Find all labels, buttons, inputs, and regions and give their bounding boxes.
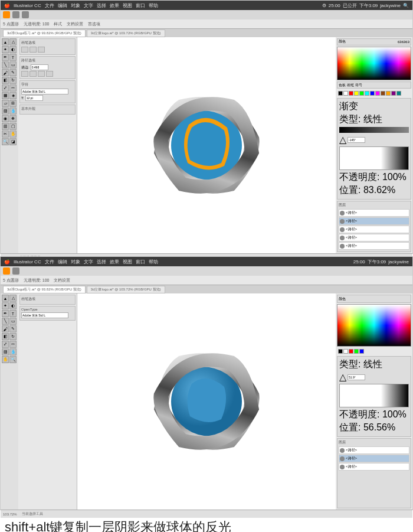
pen-tool[interactable]: ✒ bbox=[2, 54, 9, 61]
selection-tool[interactable]: ▲ bbox=[2, 295, 9, 302]
menu-effect[interactable]: 效果 bbox=[110, 259, 119, 265]
lasso-tool[interactable]: ◐ bbox=[9, 46, 17, 53]
rotate-tool[interactable]: ↻ bbox=[9, 77, 17, 84]
rectangle-tool[interactable]: ▭ bbox=[9, 318, 17, 325]
swatch-tab[interactable]: 色板 bbox=[339, 83, 346, 88]
artboard-tool[interactable]: ▢ bbox=[9, 123, 17, 130]
fontsize-input[interactable] bbox=[25, 95, 43, 101]
gradient-preview-small[interactable] bbox=[339, 127, 409, 133]
tab-doc2[interactable]: 3d立体logo.ai* @ 103.72% (RGB/GPU 预览) bbox=[87, 286, 165, 293]
menu-object[interactable]: 对象 bbox=[71, 259, 80, 265]
swatch-item[interactable] bbox=[343, 91, 348, 96]
color-picker[interactable] bbox=[337, 304, 411, 347]
layer-item[interactable]: <路径> bbox=[339, 209, 409, 217]
pen-tool[interactable]: ✒ bbox=[2, 310, 9, 317]
blend-tool[interactable]: ◉ bbox=[2, 115, 9, 122]
swatch-item[interactable] bbox=[381, 91, 385, 96]
rectangle-tool[interactable]: ▭ bbox=[9, 61, 17, 68]
visibility-icon[interactable] bbox=[340, 219, 345, 224]
eyedropper-tool[interactable]: 💧 bbox=[9, 348, 17, 355]
line-tool[interactable]: ╲ bbox=[2, 61, 9, 68]
gradient-angle-input[interactable] bbox=[348, 374, 365, 380]
menu-window[interactable]: 窗口 bbox=[136, 2, 145, 9]
selection-tool[interactable]: ▲ bbox=[2, 38, 9, 45]
visibility-icon[interactable] bbox=[340, 211, 345, 216]
visibility-icon[interactable] bbox=[340, 456, 345, 461]
swatch-item[interactable] bbox=[370, 91, 375, 96]
swatch-item[interactable] bbox=[359, 349, 364, 354]
layer-item[interactable]: <路径> bbox=[339, 242, 409, 250]
eyedropper-tool[interactable]: 💧 bbox=[9, 107, 17, 115]
brush-tool[interactable]: 🖌 bbox=[2, 69, 9, 76]
slice-tool[interactable]: ✂ bbox=[2, 130, 9, 138]
color-picker[interactable] bbox=[337, 47, 411, 81]
menu-view[interactable]: 视图 bbox=[123, 2, 132, 9]
menu-select[interactable]: 选择 bbox=[97, 2, 106, 9]
visibility-icon[interactable] bbox=[340, 448, 345, 453]
line-tool[interactable]: ╲ bbox=[2, 318, 9, 325]
width-tool[interactable]: ⇿ bbox=[9, 341, 17, 348]
layer-item[interactable]: <路径> bbox=[339, 446, 409, 454]
hand-tool[interactable]: ✋ bbox=[2, 356, 9, 363]
swatch-item[interactable] bbox=[354, 91, 359, 96]
hand-tool[interactable]: ✋ bbox=[9, 130, 17, 138]
bridge-icon[interactable] bbox=[12, 267, 19, 275]
gradient-editor[interactable] bbox=[339, 146, 409, 170]
apple-icon[interactable]: 🍎 bbox=[4, 3, 10, 8]
layer-item[interactable]: <路径> bbox=[339, 234, 409, 241]
scale-tool[interactable]: ⤢ bbox=[2, 341, 9, 348]
menu-edit[interactable]: 编辑 bbox=[58, 2, 67, 9]
shape-builder-tool[interactable]: ◈ bbox=[9, 92, 17, 99]
mesh-tool[interactable]: ⊞ bbox=[9, 100, 17, 107]
sync-icon[interactable] bbox=[22, 11, 29, 18]
swatch-item[interactable] bbox=[349, 349, 353, 354]
menu-help[interactable]: 帮助 bbox=[149, 259, 158, 265]
direct-selection-tool[interactable]: △ bbox=[9, 295, 17, 302]
width-tool[interactable]: ⇿ bbox=[9, 84, 17, 92]
ai-logo-icon[interactable] bbox=[3, 11, 10, 18]
swatch-item[interactable] bbox=[391, 91, 396, 96]
opt-brush[interactable]: 5 点圆形 bbox=[3, 21, 19, 27]
brush-tool[interactable]: 🖌 bbox=[2, 325, 9, 332]
layer-item[interactable]: <路径> bbox=[339, 226, 409, 233]
canvas[interactable] bbox=[77, 37, 336, 253]
opt-style[interactable]: 样式 bbox=[54, 21, 62, 27]
layer-item[interactable]: <路径> bbox=[339, 455, 409, 462]
tab-doc2[interactable]: 3d立体logo.ai* @ 103.72% (RGB/GPU 预览) bbox=[87, 30, 165, 37]
swatch-item[interactable] bbox=[396, 91, 401, 96]
magic-wand-tool[interactable]: ✦ bbox=[2, 302, 9, 309]
align-btn[interactable] bbox=[38, 71, 45, 77]
canvas[interactable] bbox=[77, 293, 336, 510]
menu-help[interactable]: 帮助 bbox=[149, 2, 158, 9]
gradient-editor[interactable] bbox=[339, 384, 409, 407]
search-icon[interactable]: 🔍 bbox=[403, 3, 409, 8]
swatch-item[interactable] bbox=[359, 91, 364, 96]
swatch-item[interactable] bbox=[338, 349, 343, 354]
scale-tool[interactable]: ⤢ bbox=[2, 84, 9, 92]
magic-wand-tool[interactable]: ✦ bbox=[2, 46, 9, 53]
gradient-angle-input[interactable] bbox=[348, 137, 365, 143]
graph-tool[interactable]: ▥ bbox=[2, 123, 9, 130]
visibility-icon[interactable] bbox=[340, 227, 345, 232]
rotate-tool[interactable]: ↻ bbox=[9, 333, 17, 340]
bridge-icon[interactable] bbox=[12, 11, 19, 18]
menu-type[interactable]: 文字 bbox=[84, 2, 93, 9]
direct-selection-tool[interactable]: △ bbox=[9, 38, 17, 45]
swatch-item[interactable] bbox=[386, 91, 391, 96]
swatch-tab[interactable]: 画笔 bbox=[347, 83, 354, 88]
menu-view[interactable]: 视图 bbox=[123, 259, 132, 265]
perspective-tool[interactable]: ▱ bbox=[2, 100, 9, 107]
pencil-tool[interactable]: ✎ bbox=[9, 69, 17, 76]
opt-docsetup[interactable]: 文档设置 bbox=[67, 21, 83, 27]
swatch-item[interactable] bbox=[354, 349, 359, 354]
zoom-level[interactable]: 103.72% bbox=[3, 513, 17, 516]
menu-window[interactable]: 窗口 bbox=[136, 259, 145, 265]
align-btn[interactable] bbox=[46, 71, 53, 77]
swatch-item[interactable] bbox=[343, 349, 348, 354]
opt-prefs[interactable]: 首选项 bbox=[88, 21, 100, 27]
menu-file[interactable]: 文件 bbox=[45, 259, 54, 265]
eraser-tool[interactable]: ◧ bbox=[2, 77, 9, 84]
zoom-tool[interactable]: 🔍 bbox=[2, 138, 9, 145]
swatch-item[interactable] bbox=[349, 91, 353, 96]
type-tool[interactable]: T bbox=[9, 54, 17, 61]
